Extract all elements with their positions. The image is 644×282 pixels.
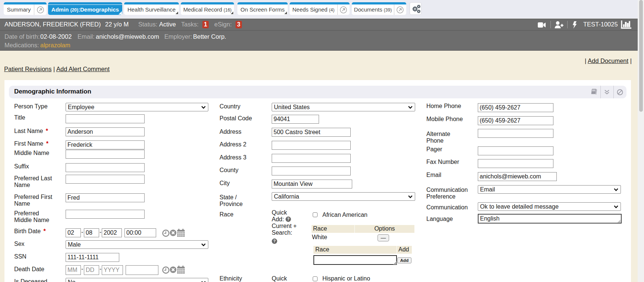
svg-text:?: ? [287,217,290,221]
svg-text:?: ? [273,239,275,243]
